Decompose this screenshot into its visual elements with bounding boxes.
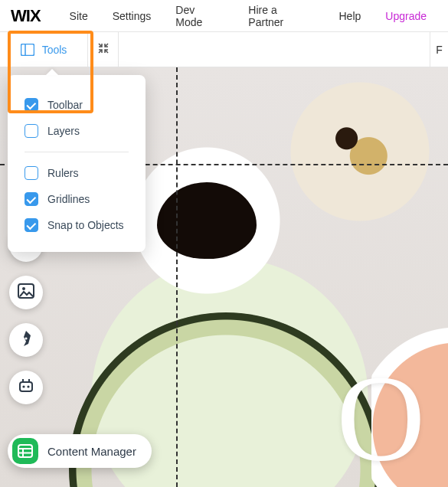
apps-button[interactable] — [9, 371, 43, 404]
tools-opt-label: Gridlines — [47, 193, 90, 205]
svg-point-9 — [22, 385, 25, 387]
decor-soy-bowl — [157, 182, 257, 259]
tools-opt-label: Snap to Objects — [47, 219, 124, 231]
panel-icon — [21, 44, 34, 56]
content-manager-button[interactable]: Content Manager — [8, 434, 152, 468]
menu-help[interactable]: Help — [329, 10, 372, 22]
collapse-button[interactable] — [88, 32, 119, 67]
menu-settings[interactable]: Settings — [102, 10, 162, 22]
decor-seeds — [328, 121, 391, 179]
gridline-vertical — [176, 67, 178, 487]
menu-dev-mode[interactable]: Dev Mode — [165, 4, 234, 28]
content-manager-label: Content Manager — [47, 445, 136, 458]
tools-opt-label: Rulers — [47, 167, 78, 179]
svg-point-10 — [27, 385, 29, 387]
checkbox-icon — [25, 192, 38, 206]
tools-button-label: Tools — [42, 44, 67, 56]
tools-opt-snap[interactable]: Snap to Objects — [8, 212, 146, 238]
right-panel-toggle[interactable]: F — [430, 32, 448, 67]
table-icon — [12, 438, 38, 464]
editor-toolbar: Tools F — [0, 32, 448, 67]
svg-point-6 — [22, 287, 25, 290]
tools-opt-label: Layers — [47, 125, 80, 137]
svg-rect-8 — [20, 382, 32, 391]
svg-rect-0 — [21, 44, 34, 55]
menu-site[interactable]: Site — [59, 10, 99, 22]
tools-opt-gridlines[interactable]: Gridlines — [8, 186, 146, 212]
tools-opt-rulers[interactable]: Rulers — [8, 160, 146, 186]
media-button[interactable] — [9, 276, 43, 309]
svg-point-7 — [25, 337, 27, 339]
wix-logo: WIX — [11, 6, 41, 26]
checkbox-icon — [25, 166, 38, 180]
menu-hire-a-partner[interactable]: Hire a Partner — [237, 4, 325, 28]
dropdown-separator — [25, 152, 129, 152]
svg-rect-11 — [18, 445, 32, 457]
decor-shrimp-plate — [371, 328, 448, 487]
tools-dropdown: Toolbar Layers Rulers Gridlines Snap to … — [8, 75, 146, 252]
tools-opt-toolbar[interactable]: Toolbar — [8, 92, 146, 118]
tools-button[interactable]: Tools — [0, 32, 88, 67]
vector-button[interactable] — [9, 323, 43, 357]
collapse-icon — [97, 42, 110, 57]
menu-upgrade[interactable]: Upgrade — [374, 10, 437, 22]
right-panel-label: F — [436, 44, 443, 56]
checkbox-icon — [25, 218, 38, 232]
tools-opt-label: Toolbar — [47, 99, 83, 111]
checkbox-icon — [25, 124, 38, 138]
tools-opt-layers[interactable]: Layers — [8, 118, 146, 144]
checkbox-icon — [25, 98, 38, 112]
robot-icon — [18, 378, 34, 397]
image-icon — [18, 283, 34, 302]
pen-nib-icon — [18, 330, 34, 350]
top-menu-bar: WIX Site Settings Dev Mode Hire a Partne… — [0, 0, 448, 32]
